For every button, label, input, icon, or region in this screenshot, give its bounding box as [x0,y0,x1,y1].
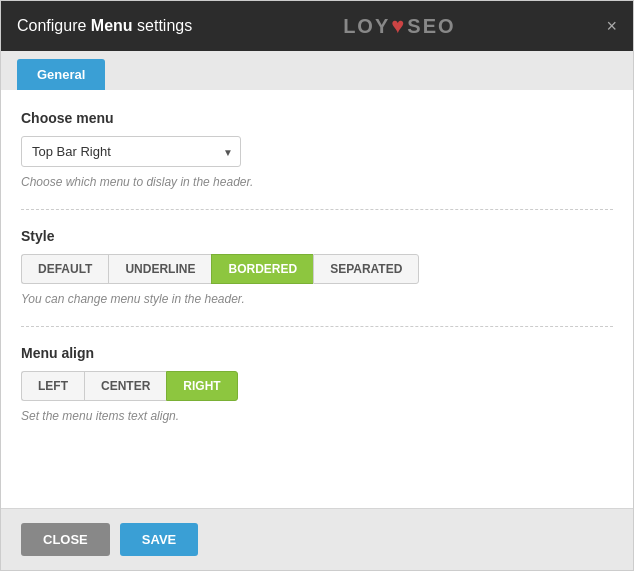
title-prefix: Configure [17,17,91,34]
section-style: Style DEFAULT UNDERLINE BORDERED SEPARAT… [21,228,613,306]
section-choose-menu: Choose menu Top Bar Right Top Bar Left M… [21,110,613,189]
modal-header: Configure Menu settings LOY♥SEO × [1,1,633,51]
align-btn-center[interactable]: CENTER [84,371,166,401]
divider-2 [21,326,613,327]
divider-1 [21,209,613,210]
close-x-button[interactable]: × [606,17,617,35]
menu-align-hint: Set the menu items text align. [21,409,613,423]
style-btn-underline[interactable]: UNDERLINE [108,254,211,284]
close-button[interactable]: CLOSE [21,523,110,556]
style-btn-default[interactable]: DEFAULT [21,254,108,284]
menu-align-label: Menu align [21,345,613,361]
title-bold: Menu [91,17,133,34]
menu-select-wrapper: Top Bar Right Top Bar Left Main Menu ▼ [21,136,241,167]
tab-general[interactable]: General [17,59,105,90]
style-btn-group: DEFAULT UNDERLINE BORDERED SEPARATED [21,254,613,284]
align-btn-right[interactable]: RIGHT [166,371,237,401]
choose-menu-hint: Choose which menu to dislay in the heade… [21,175,613,189]
align-btn-group: LEFT CENTER RIGHT [21,371,613,401]
modal-tabs: General [1,51,633,90]
logo-left: LOY [343,15,390,38]
section-menu-align: Menu align LEFT CENTER RIGHT Set the men… [21,345,613,423]
modal-footer: CLOSE SAVE [1,508,633,570]
title-suffix: settings [133,17,193,34]
logo-right: SEO [407,15,455,38]
modal-title: Configure Menu settings [17,17,192,35]
choose-menu-label: Choose menu [21,110,613,126]
save-button[interactable]: SAVE [120,523,198,556]
menu-select[interactable]: Top Bar Right Top Bar Left Main Menu [21,136,241,167]
logo-heart-icon: ♥ [391,13,406,39]
style-label: Style [21,228,613,244]
style-btn-bordered[interactable]: BORDERED [211,254,313,284]
style-hint: You can change menu style in the header. [21,292,613,306]
style-btn-separated[interactable]: SEPARATED [313,254,419,284]
align-btn-left[interactable]: LEFT [21,371,84,401]
modal-body: Choose menu Top Bar Right Top Bar Left M… [1,90,633,508]
logo: LOY♥SEO [343,13,455,39]
modal: Configure Menu settings LOY♥SEO × Genera… [0,0,634,571]
